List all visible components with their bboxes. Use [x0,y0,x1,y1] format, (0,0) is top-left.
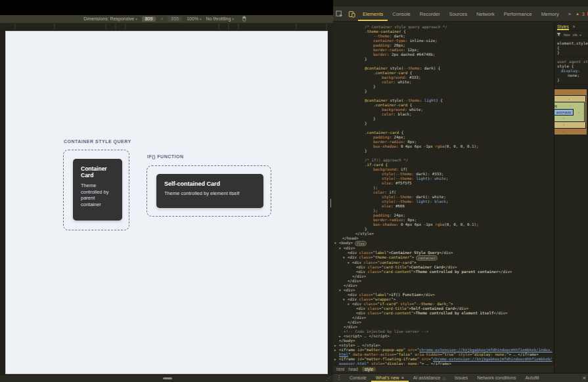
code-line[interactable]: .theme-container { [333,30,554,34]
code-line[interactable]: border-radius: 12px; [333,48,554,53]
tab-strip-segment[interactable] [55,22,105,30]
tab-console[interactable]: Console [388,7,415,21]
code-line[interactable]: ▼<div class="theme-container">container [333,255,554,261]
code-line[interactable]: ▼<div> [333,246,554,251]
code-line[interactable] [333,126,554,131]
drawer-tab-network-conditions[interactable]: Network conditions [472,373,520,382]
code-line[interactable]: <div class="label">Container Style Query… [333,251,554,255]
code-line[interactable]: else: #666 [333,204,554,209]
expand-arrow-open-icon[interactable]: ▼ [343,255,345,260]
viewport-resize-handle[interactable] [163,377,172,379]
code-line[interactable] [333,94,554,98]
tab-recorder[interactable]: Recorder [415,7,445,21]
code-line[interactable]: </div> [333,325,554,329]
code-line[interactable]: color: if( [333,190,554,195]
tab-strip-segment[interactable] [239,22,296,30]
code-line[interactable]: ▼<body>flex [333,241,554,246]
code-line[interactable]: .container-card { [333,131,554,135]
code-line[interactable]: /* Container style query approach */ [333,25,554,30]
code-line[interactable]: ); [333,209,554,213]
code-line[interactable]: border-radius: 8px; [333,218,554,223]
code-line[interactable]: background: if( [333,167,554,172]
adorner-badge[interactable]: flex [355,241,367,246]
code-line[interactable]: </style> [333,232,554,236]
code-line[interactable]: </div> [333,284,554,288]
code-line[interactable]: </div> [333,274,554,279]
height-input[interactable]: 855 [168,16,182,22]
warning-triangle-icon[interactable]: ▲ [576,12,579,16]
code-line[interactable]: </head> [333,236,554,241]
code-line[interactable]: @container style(--theme: dark) { [333,66,554,71]
code-line[interactable] [333,62,554,66]
tab-strip-segment[interactable] [126,22,218,30]
corner-resize-grip-icon[interactable]: ⋰ [326,376,330,381]
code-line[interactable]: /* if() approach */ [333,158,554,163]
code-line[interactable]: <!-- Code injected by live-server --> [333,329,554,334]
box-model-content-size[interactable]: auto×auto [554,109,574,116]
expand-arrow-open-icon[interactable]: ▼ [343,297,345,302]
expand-arrow-collapsed-icon[interactable]: ▶ [334,343,336,348]
throttling-select[interactable]: No throttling▾ [206,16,234,21]
code-line[interactable]: padding: 24px; [333,135,554,140]
breadcrumb-html[interactable]: html [336,367,344,371]
new-style-rule-button[interactable]: + [579,33,581,37]
tab-strip-segment[interactable] [106,22,115,30]
code-line[interactable]: .container-card { [333,71,554,75]
padding-bottom-value[interactable]: - [554,116,583,121]
filter-funnel-icon[interactable] [556,32,561,37]
device-toolbar-toggle-icon[interactable] [346,11,358,18]
expand-arrow-open-icon[interactable]: ▼ [334,241,336,245]
code-line[interactable]: background: white; [333,108,554,112]
code-line[interactable]: </div> [333,316,554,320]
drawer-tab-ai-assistance[interactable]: AI assistance△ [409,373,450,382]
box-model-padding[interactable]: padding- - auto×auto - - [554,102,585,122]
tab-performance[interactable]: Performance [499,7,537,21]
code-line[interactable]: padding: 24px; [333,213,554,218]
margin-top-value[interactable]: - [554,91,586,95]
code-line[interactable]: background: #333; [333,75,554,80]
code-line[interactable]: ▼<div> [333,288,554,293]
code-line[interactable]: ▼<div class="container-card"> [333,261,554,265]
code-line[interactable]: border: 2px dashed #64748b; [333,53,554,57]
expand-arrow-collapsed-icon[interactable]: ▶ [334,348,336,352]
toggle-hover-state-button[interactable]: :hov [563,33,570,37]
tab-strip-segment[interactable] [16,22,54,30]
tab-strip-segment[interactable] [116,22,125,30]
code-line[interactable]: else: #f5f5f5 [333,181,554,186]
breadcrumb-style[interactable]: style [362,367,376,371]
expand-arrow-open-icon[interactable]: ▼ [348,261,350,265]
tab-strip-segment[interactable] [297,22,326,30]
code-line[interactable]: } [333,89,554,94]
code-line[interactable]: ▼<div class="if-card" style="--theme: da… [333,302,554,307]
tab-strip-segment[interactable] [219,22,228,30]
drawer-kebab-menu-icon[interactable]: ⋮ [333,375,345,381]
border-bottom-value[interactable]: - [554,122,585,127]
tab-styles[interactable]: Styles [557,22,569,30]
code-line[interactable]: <div class="label">if() Function</div> [333,293,554,297]
tab-memory[interactable]: Memory [537,7,564,21]
drawer-tab-issues[interactable]: Issues [450,373,472,382]
tab-elements[interactable]: Elements [358,7,388,21]
code-line[interactable] [333,154,554,158]
breadcrumb-head[interactable]: head [348,367,357,371]
code-line[interactable]: </div> [333,279,554,284]
more-tabs-button[interactable]: » [564,7,576,21]
code-line[interactable]: style(--theme: light): black; [333,200,554,204]
code-line[interactable]: style(--theme: dark): #333; [333,172,554,177]
code-line[interactable]: color: black; [333,112,554,117]
close-icon[interactable]: × [401,375,404,380]
dimensions-select[interactable]: Dimensions: Responsive▾ [83,16,137,21]
code-line[interactable]: .if-card { [333,163,554,167]
code-line[interactable]: --theme: dark; [333,34,554,39]
expand-arrow-open-icon[interactable]: ▼ [348,302,350,307]
expand-arrow-collapsed-icon[interactable]: ▶ [334,357,336,362]
width-input[interactable]: 809 [142,16,156,22]
code-line[interactable]: } [333,121,554,126]
tab-strip-segment[interactable] [229,22,238,30]
padding-right-value[interactable]: - [574,110,583,114]
border-top-value[interactable]: - [554,97,585,101]
code-line[interactable]: .container-card { [333,103,554,108]
code-line[interactable]: ▶<script> … </script> [333,334,554,339]
code-line[interactable]: </body> [333,339,554,343]
sidebar-more-tabs-icon[interactable]: » [573,24,576,29]
